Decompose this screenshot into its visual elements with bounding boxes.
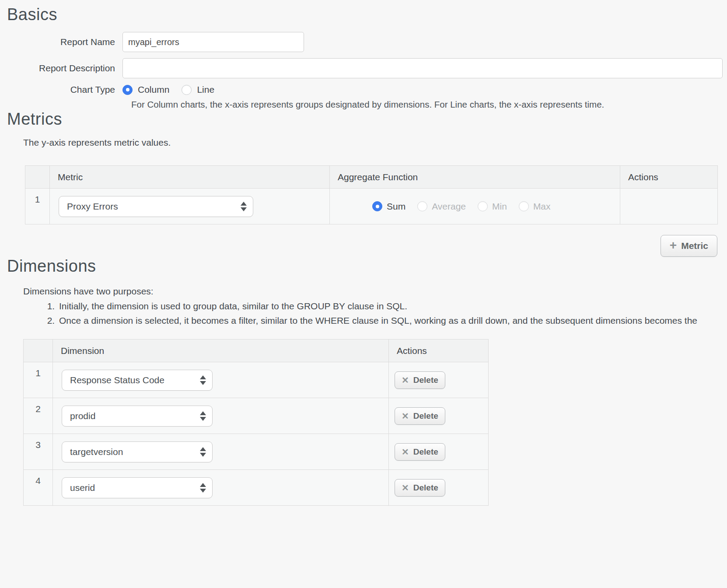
max-label[interactable]: Max: [533, 201, 551, 212]
dimensions-heading: Dimensions: [7, 257, 727, 276]
dimension-select-value: prodid: [70, 411, 95, 421]
add-metric-button[interactable]: + Metric: [661, 235, 717, 257]
average-radio[interactable]: [417, 201, 427, 211]
dimension-row: 3 targetversion ✕ Delete: [24, 434, 489, 470]
dimensions-header-row: Dimension Actions: [24, 340, 489, 362]
delete-dimension-button-4[interactable]: ✕ Delete: [395, 479, 445, 497]
dimension-row: 2 prodid ✕ Delete: [24, 398, 489, 434]
metrics-heading: Metrics: [7, 110, 727, 129]
basics-heading: Basics: [7, 0, 727, 24]
plus-icon: +: [670, 239, 677, 252]
select-arrows-icon: [200, 375, 206, 385]
dimensions-intro: Dimensions have two purposes:: [23, 286, 727, 297]
dimensions-purpose-list: Initially, the dimension is used to grou…: [0, 301, 727, 326]
chart-type-radio-group: Column Line: [122, 84, 214, 95]
select-arrows-icon: [200, 411, 206, 421]
add-metric-button-row: + Metric: [25, 235, 717, 257]
aggregate-radio-group: Sum Average Min Max: [372, 201, 619, 212]
report-description-input[interactable]: [122, 58, 723, 78]
report-name-input[interactable]: [122, 32, 304, 52]
dimension-select-3[interactable]: targetversion: [62, 441, 213, 462]
chart-type-line-label[interactable]: Line: [197, 84, 214, 95]
dimension-select-1[interactable]: Response Status Code: [62, 370, 213, 391]
delete-dimension-button-2[interactable]: ✕ Delete: [395, 407, 445, 425]
sum-label[interactable]: Sum: [387, 201, 405, 212]
metrics-index-header: [25, 166, 50, 189]
aggregate-option-max[interactable]: Max: [519, 201, 551, 212]
delete-button-label: Delete: [413, 375, 438, 385]
dimension-column-header: Dimension: [53, 340, 389, 362]
metric-select-value: Proxy Errors: [67, 201, 118, 212]
metrics-header-row: Metric Aggregate Function Actions: [25, 166, 718, 189]
metric-row-index: 1: [25, 189, 50, 224]
metric-row: 1 Proxy Errors Sum: [25, 189, 718, 224]
chart-type-column-radio[interactable]: [122, 85, 133, 95]
x-icon: ✕: [402, 376, 409, 385]
dimension-row: 1 Response Status Code ✕ Delete: [24, 362, 489, 398]
delete-button-label: Delete: [413, 411, 438, 421]
aggregate-function-column-header: Aggregate Function: [330, 166, 620, 189]
aggregate-option-average[interactable]: Average: [417, 201, 466, 212]
metric-select[interactable]: Proxy Errors: [59, 196, 253, 217]
metric-column-header: Metric: [50, 166, 330, 189]
delete-button-label: Delete: [413, 483, 438, 493]
delete-button-label: Delete: [413, 447, 438, 457]
max-radio[interactable]: [519, 201, 529, 211]
report-name-row: Report Name: [0, 32, 727, 52]
dimension-select-2[interactable]: prodid: [62, 406, 213, 427]
min-label[interactable]: Min: [492, 201, 507, 212]
report-description-row: Report Description: [0, 58, 727, 78]
chart-type-row: Chart Type Column Line: [0, 84, 727, 95]
metrics-table: Metric Aggregate Function Actions 1 Prox…: [25, 165, 718, 224]
x-icon: ✕: [402, 412, 409, 420]
dimension-row-index: 1: [24, 362, 53, 398]
custom-report-builder: Basics Report Name Report Description Ch…: [0, 0, 727, 588]
x-icon: ✕: [402, 448, 409, 456]
select-arrows-icon: [200, 483, 206, 493]
select-arrows-icon: [241, 202, 247, 211]
dimension-row-index: 3: [24, 434, 53, 470]
metrics-subtitle: The y-axis represents metric values.: [23, 137, 727, 148]
metrics-actions-column-header: Actions: [620, 166, 718, 189]
average-label[interactable]: Average: [432, 201, 466, 212]
min-radio[interactable]: [478, 201, 488, 211]
add-metric-button-label: Metric: [681, 241, 708, 251]
dimension-row-index: 2: [24, 398, 53, 434]
dimensions-index-header: [24, 340, 53, 362]
metric-actions-cell: [620, 189, 718, 224]
aggregate-option-min[interactable]: Min: [478, 201, 507, 212]
dimension-purpose-item: Initially, the dimension is used to grou…: [57, 301, 727, 312]
chart-type-label: Chart Type: [0, 84, 122, 95]
select-arrows-icon: [200, 447, 206, 457]
chart-type-column-label[interactable]: Column: [138, 84, 169, 95]
dimension-select-value: targetversion: [70, 447, 123, 457]
report-description-label: Report Description: [0, 63, 122, 74]
dimensions-table: Dimension Actions 1 Response Status Code: [23, 339, 489, 506]
dimension-row-index: 4: [24, 470, 53, 506]
chart-type-help-text: For Column charts, the x-axis represents…: [131, 99, 727, 110]
dimension-select-value: userid: [70, 483, 95, 493]
sum-radio[interactable]: [372, 201, 382, 211]
delete-dimension-button-1[interactable]: ✕ Delete: [395, 371, 445, 389]
dimension-row: 4 userid ✕ Delete: [24, 470, 489, 506]
aggregate-option-sum[interactable]: Sum: [372, 201, 405, 212]
dimension-select-4[interactable]: userid: [62, 477, 213, 498]
dimension-select-value: Response Status Code: [70, 375, 164, 385]
report-name-label: Report Name: [0, 37, 122, 47]
dimension-purpose-item: Once a dimension is selected, it becomes…: [57, 315, 727, 326]
chart-type-line-radio[interactable]: [182, 85, 192, 95]
dimensions-actions-column-header: Actions: [389, 340, 489, 362]
x-icon: ✕: [402, 483, 409, 492]
delete-dimension-button-3[interactable]: ✕ Delete: [395, 443, 445, 461]
